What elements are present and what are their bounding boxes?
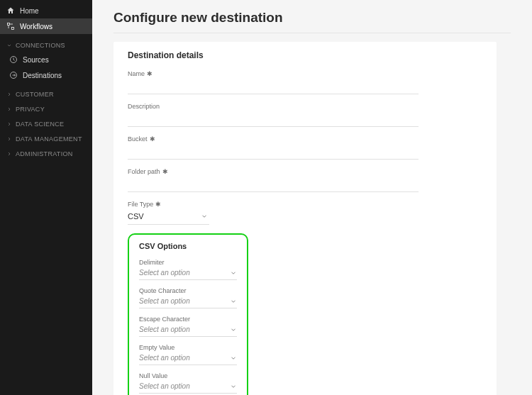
chevron-down-icon	[230, 269, 237, 277]
nav-section-data-science-label: DATA SCIENCE	[16, 121, 64, 128]
nav-section-data-science[interactable]: DATA SCIENCE	[0, 116, 92, 130]
chevron-right-icon	[6, 121, 12, 127]
csv-field-null: Null Value Select an option	[139, 372, 237, 394]
panel-title: Destination details	[128, 50, 482, 60]
chevron-down-icon	[6, 43, 12, 48]
required-indicator: ✱	[162, 168, 168, 175]
nav-section-privacy-label: PRIVACY	[16, 106, 45, 113]
empty-select[interactable]: Select an option	[139, 352, 237, 365]
required-indicator: ✱	[155, 201, 161, 208]
divider	[113, 33, 511, 33]
nav-section-customer-label: CUSTOMER	[16, 91, 54, 98]
chevron-down-icon	[230, 383, 237, 390]
page-title: Configure new destination	[113, 10, 511, 26]
chevron-down-icon	[230, 355, 237, 362]
chevron-right-icon	[6, 136, 12, 142]
escape-select[interactable]: Select an option	[139, 324, 237, 337]
chevron-down-icon	[201, 213, 208, 220]
csv-escape-label: Escape Character	[139, 316, 237, 323]
csv-field-quote: Quote Character Select an option	[139, 287, 237, 308]
nav-sources[interactable]: Sources	[3, 52, 92, 67]
description-input[interactable]	[128, 113, 419, 127]
destination-details-panel: Destination details Name ✱ Description B…	[113, 42, 497, 395]
csv-field-escape: Escape Character Select an option	[139, 316, 237, 337]
nav-section-customer[interactable]: CUSTOMER	[0, 86, 92, 101]
nav-section-administration-label: ADMINISTRATION	[16, 150, 73, 157]
field-file-type: File Type ✱ CSV	[128, 201, 482, 225]
main: Configure new destination Destination de…	[92, 0, 532, 395]
folder-path-input[interactable]	[128, 178, 419, 192]
field-name-label: Name	[128, 70, 145, 77]
csv-delimiter-label: Delimiter	[139, 259, 237, 266]
nav-section-data-management-label: DATA MANAGEMENT	[16, 135, 82, 143]
csv-empty-label: Empty Value	[139, 344, 237, 351]
workflows-icon	[6, 22, 15, 30]
field-name: Name ✱	[128, 70, 482, 94]
name-input[interactable]	[128, 80, 419, 94]
required-indicator: ✱	[147, 70, 153, 77]
field-bucket: Bucket ✱	[128, 135, 482, 160]
csv-field-delimiter: Delimiter Select an option	[139, 259, 237, 280]
nav-section-connections[interactable]: CONNECTIONS	[0, 37, 92, 52]
nav-destinations[interactable]: Destinations	[3, 67, 92, 83]
chevron-down-icon	[230, 298, 237, 305]
chevron-right-icon	[6, 106, 12, 112]
field-bucket-label: Bucket	[128, 135, 148, 143]
csv-null-label: Null Value	[139, 372, 237, 379]
nav-section-privacy[interactable]: PRIVACY	[0, 101, 92, 116]
field-description: Description	[128, 103, 482, 127]
null-value: Select an option	[139, 382, 190, 390]
field-folder-path-label: Folder path	[128, 168, 160, 175]
nav-home-label: Home	[20, 7, 39, 15]
svg-rect-0	[8, 23, 10, 26]
nav-section-administration[interactable]: ADMINISTRATION	[0, 145, 92, 160]
nav-home[interactable]: Home	[0, 3, 92, 18]
nav-section-connections-label: CONNECTIONS	[16, 42, 65, 49]
delimiter-value: Select an option	[139, 269, 190, 277]
field-file-type-label: File Type	[128, 201, 153, 208]
quote-value: Select an option	[139, 297, 190, 305]
field-folder-path: Folder path ✱	[128, 168, 482, 192]
destinations-icon	[9, 71, 18, 79]
required-indicator: ✱	[150, 135, 155, 143]
escape-value: Select an option	[139, 326, 190, 333]
nav-section-data-management[interactable]: DATA MANAGEMENT	[0, 130, 92, 145]
csv-options-box: CSV Options Delimiter Select an option Q…	[128, 233, 248, 395]
chevron-right-icon	[6, 151, 12, 157]
delimiter-select[interactable]: Select an option	[139, 267, 237, 280]
svg-rect-1	[12, 28, 14, 30]
csv-field-empty: Empty Value Select an option	[139, 344, 237, 365]
sources-icon	[9, 55, 18, 64]
sidebar: Home Workflows CONNECTIONS Sources Desti…	[0, 0, 92, 395]
csv-options-title: CSV Options	[139, 242, 237, 250]
field-description-label: Description	[128, 103, 160, 110]
bucket-input[interactable]	[128, 145, 419, 160]
nav-destinations-label: Destinations	[23, 72, 62, 79]
nav-sources-label: Sources	[23, 56, 49, 64]
chevron-right-icon	[6, 91, 12, 97]
chevron-down-icon	[230, 326, 237, 333]
empty-value: Select an option	[139, 354, 190, 362]
nav-workflows[interactable]: Workflows	[0, 18, 92, 34]
csv-quote-label: Quote Character	[139, 287, 237, 294]
home-icon	[6, 6, 15, 15]
file-type-select[interactable]: CSV	[128, 210, 209, 225]
nav-workflows-label: Workflows	[20, 23, 52, 30]
null-select[interactable]: Select an option	[139, 381, 237, 394]
quote-select[interactable]: Select an option	[139, 296, 237, 308]
file-type-value: CSV	[128, 212, 144, 221]
